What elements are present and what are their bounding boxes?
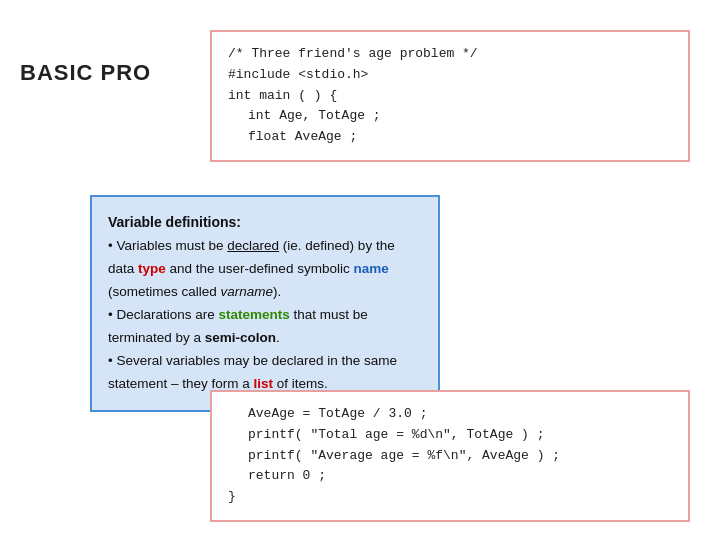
code-line-1: /* Three friend's age problem */: [228, 44, 672, 65]
bullet-3: • Several variables may be declared in t…: [108, 350, 422, 373]
code-line-5: float AveAge ;: [228, 127, 672, 148]
code-bottom-line-3: printf( "Average age = %f\n", AveAge ) ;: [228, 446, 672, 467]
bullet-2-line2: terminated by a semi-colon.: [108, 327, 422, 350]
page-container: BASIC PRO /* Three friend's age problem …: [0, 0, 720, 540]
code-line-4: int Age, TotAge ;: [228, 106, 672, 127]
bullet-2: • Declarations are statements that must …: [108, 304, 422, 327]
code-box-bottom: AveAge = TotAge / 3.0 ; printf( "Total a…: [210, 390, 690, 522]
bullet-1: • Variables must be declared (ie. define…: [108, 235, 422, 258]
code-line-3: int main ( ) {: [228, 86, 672, 107]
basic-pro-label: BASIC PRO: [20, 60, 151, 86]
variable-definitions-box: Variable definitions: • Variables must b…: [90, 195, 440, 412]
code-bottom-line-2: printf( "Total age = %d\n", TotAge ) ;: [228, 425, 672, 446]
code-bottom-line-5: }: [228, 487, 672, 508]
bullet-1-line3: (sometimes called varname).: [108, 281, 422, 304]
code-bottom-line-1: AveAge = TotAge / 3.0 ;: [228, 404, 672, 425]
code-line-2: #include <stdio.h>: [228, 65, 672, 86]
bullet-1-line2: data type and the user-defined symbolic …: [108, 258, 422, 281]
code-bottom-line-4: return 0 ;: [228, 466, 672, 487]
code-box-top: /* Three friend's age problem */ #includ…: [210, 30, 690, 162]
variable-title: Variable definitions:: [108, 211, 422, 235]
